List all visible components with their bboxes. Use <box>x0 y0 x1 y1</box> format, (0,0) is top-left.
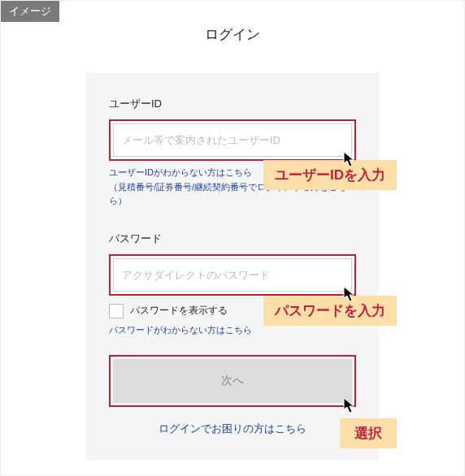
user-id-input[interactable] <box>113 123 352 157</box>
login-card: ユーザーID ユーザーIDがわからない方はこちら （見積番号/証券番号/継続契約… <box>86 72 379 461</box>
cursor-icon <box>343 151 356 167</box>
cursor-icon <box>343 397 356 413</box>
trouble-link[interactable]: ログインでお困りの方はこちら <box>109 422 356 436</box>
password-input-highlight <box>109 254 356 296</box>
show-password-checkbox[interactable] <box>109 304 124 318</box>
user-id-label: ユーザーID <box>109 97 356 111</box>
callout-user-id: ユーザーIDを入力 <box>263 160 397 190</box>
callout-password: パスワードを入力 <box>263 296 397 326</box>
user-id-input-highlight <box>109 119 356 161</box>
show-password-label: パスワードを表示する <box>130 304 228 318</box>
next-button-highlight: 次へ <box>109 355 356 407</box>
callout-select: 選択 <box>340 418 397 448</box>
next-button[interactable]: 次へ <box>113 359 352 403</box>
cursor-icon <box>343 286 356 302</box>
image-badge: イメージ <box>1 1 59 22</box>
password-input[interactable] <box>113 258 352 292</box>
page-title: ログイン <box>1 25 464 44</box>
password-label: パスワード <box>109 232 356 246</box>
